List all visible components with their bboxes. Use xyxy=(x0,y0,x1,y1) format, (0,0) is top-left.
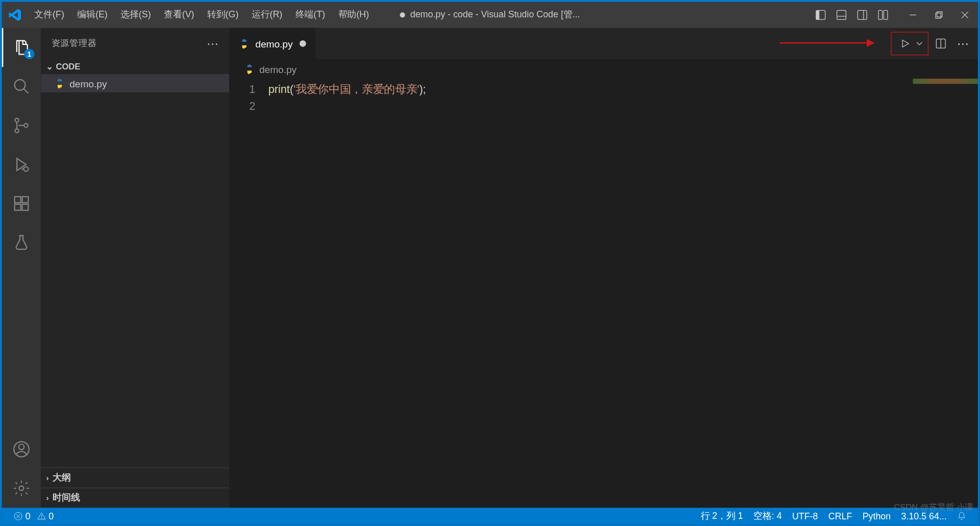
code-editor[interactable]: 1 2 print('我爱你中国，亲爱的母亲'); xyxy=(229,79,977,508)
timeline-section-header[interactable]: › 时间线 xyxy=(41,488,229,508)
python-file-icon xyxy=(243,63,255,75)
activity-source-control[interactable] xyxy=(2,106,41,145)
activity-bar: 1 xyxy=(2,28,41,508)
menu-bar: 文件(F) 编辑(E) 选择(S) 查看(V) 转到(G) 运行(R) 终端(T… xyxy=(28,2,376,28)
menu-goto[interactable]: 转到(G) xyxy=(201,2,245,28)
activity-accounts[interactable] xyxy=(2,429,41,468)
file-tree-item-demo-py[interactable]: demo.py xyxy=(41,74,229,92)
dirty-indicator-icon xyxy=(400,12,405,17)
window-title: demo.py - code - Visual Studio Code [管..… xyxy=(400,9,580,21)
activity-explorer[interactable]: 1 xyxy=(2,28,41,67)
code-content[interactable]: print('我爱你中国，亲爱的母亲'); xyxy=(268,79,978,508)
line-number: 1 xyxy=(229,81,255,98)
status-language-mode[interactable]: Python xyxy=(857,508,896,524)
outline-label: 大纲 xyxy=(53,472,71,484)
status-eol[interactable]: CRLF xyxy=(823,508,857,524)
folder-name: CODE xyxy=(56,62,80,71)
svg-rect-22 xyxy=(22,204,28,210)
activity-settings[interactable] xyxy=(2,469,41,508)
annotation-arrow xyxy=(780,42,874,43)
menu-edit[interactable]: 编辑(E) xyxy=(71,2,114,28)
breadcrumb-file: demo.py xyxy=(259,63,297,75)
sidebar-header: 资源管理器 ⋯ xyxy=(41,28,229,59)
python-file-icon xyxy=(54,77,66,89)
code-token-string: '我爱你中国，亲爱的母亲' xyxy=(293,83,419,95)
svg-rect-2 xyxy=(837,10,846,19)
chevron-right-icon: › xyxy=(46,473,48,483)
menu-view[interactable]: 查看(V) xyxy=(157,2,201,28)
svg-rect-4 xyxy=(857,10,867,19)
svg-point-26 xyxy=(19,486,24,491)
svg-rect-23 xyxy=(22,197,28,203)
code-token-function: print xyxy=(268,83,290,95)
svg-point-16 xyxy=(15,129,18,132)
line-number: 2 xyxy=(229,98,255,115)
status-errors-count: 0 xyxy=(26,511,31,521)
timeline-label: 时间线 xyxy=(53,492,80,504)
title-bar: 文件(F) 编辑(E) 选择(S) 查看(V) 转到(G) 运行(R) 终端(T… xyxy=(2,2,978,28)
explorer-badge: 1 xyxy=(24,49,34,59)
code-token-paren: ); xyxy=(419,83,426,95)
folder-section-header[interactable]: ⌄ CODE xyxy=(41,59,229,74)
window-minimize-button[interactable] xyxy=(900,11,926,19)
run-dropdown-button[interactable] xyxy=(915,34,924,53)
minimap[interactable] xyxy=(913,79,978,84)
svg-point-18 xyxy=(23,167,28,172)
editor-group: demo.py ⋯ xyxy=(229,28,977,508)
outline-section-header[interactable]: › 大纲 xyxy=(41,467,229,487)
sidebar-more-button[interactable]: ⋯ xyxy=(207,36,219,51)
svg-rect-9 xyxy=(936,13,941,18)
status-problems[interactable]: 0 0 xyxy=(9,508,59,524)
svg-point-13 xyxy=(15,80,26,90)
editor-tabs: demo.py ⋯ xyxy=(229,28,977,59)
activity-search[interactable] xyxy=(2,67,41,106)
menu-run[interactable]: 运行(R) xyxy=(245,2,289,28)
toggle-secondary-sidebar-button[interactable] xyxy=(852,2,873,28)
watermark-text: CSDN @苏昊哲 小课 xyxy=(894,502,973,514)
menu-help[interactable]: 帮助(H) xyxy=(332,2,376,28)
svg-rect-7 xyxy=(884,10,888,19)
activity-testing[interactable] xyxy=(2,223,41,262)
breadcrumb[interactable]: demo.py xyxy=(229,59,977,79)
tab-dirty-indicator-icon xyxy=(299,40,306,47)
tab-label: demo.py xyxy=(255,38,292,49)
window-close-button[interactable] xyxy=(952,11,978,19)
split-editor-button[interactable] xyxy=(931,34,950,53)
window-restore-button[interactable] xyxy=(926,11,952,19)
activity-extensions[interactable] xyxy=(2,184,41,223)
menu-terminal[interactable]: 终端(T) xyxy=(289,2,332,28)
sidebar-explorer: 资源管理器 ⋯ ⌄ CODE demo.py › 大纲 › xyxy=(41,28,229,508)
vscode-logo-icon xyxy=(2,8,28,22)
customize-layout-button[interactable] xyxy=(873,2,894,28)
chevron-down-icon: ⌄ xyxy=(46,62,53,71)
chevron-right-icon: › xyxy=(46,493,48,503)
file-tree-item-label: demo.py xyxy=(69,78,107,89)
svg-rect-10 xyxy=(937,12,942,17)
toggle-primary-sidebar-button[interactable] xyxy=(810,2,831,28)
status-warnings-count: 0 xyxy=(48,511,54,521)
svg-rect-21 xyxy=(15,204,21,210)
svg-rect-1 xyxy=(816,10,819,19)
line-gutter: 1 2 xyxy=(229,79,268,508)
status-indentation[interactable]: 空格: 4 xyxy=(748,508,787,524)
svg-point-17 xyxy=(24,124,28,127)
svg-rect-6 xyxy=(878,10,883,19)
status-encoding[interactable]: UTF-8 xyxy=(787,508,823,524)
window-title-text: demo.py - code - Visual Studio Code [管..… xyxy=(410,9,580,21)
activity-run-debug[interactable] xyxy=(2,145,41,184)
editor-tab-demo-py[interactable]: demo.py xyxy=(229,28,315,59)
sidebar-title: 资源管理器 xyxy=(52,38,97,50)
toggle-panel-button[interactable] xyxy=(831,2,852,28)
svg-point-25 xyxy=(19,444,24,449)
svg-line-14 xyxy=(23,89,28,93)
run-file-button[interactable] xyxy=(895,34,915,53)
run-button-highlight xyxy=(891,32,928,55)
svg-point-15 xyxy=(15,118,18,122)
status-bar: 0 0 行 2，列 1 空格: 4 UTF-8 CRLF Python 3.10… xyxy=(2,508,978,524)
code-token-paren: ( xyxy=(290,83,293,95)
python-file-icon xyxy=(238,38,250,50)
menu-select[interactable]: 选择(S) xyxy=(114,2,157,28)
menu-file[interactable]: 文件(F) xyxy=(28,2,71,28)
status-cursor-position[interactable]: 行 2，列 1 xyxy=(695,508,748,524)
editor-more-button[interactable]: ⋯ xyxy=(953,34,972,53)
